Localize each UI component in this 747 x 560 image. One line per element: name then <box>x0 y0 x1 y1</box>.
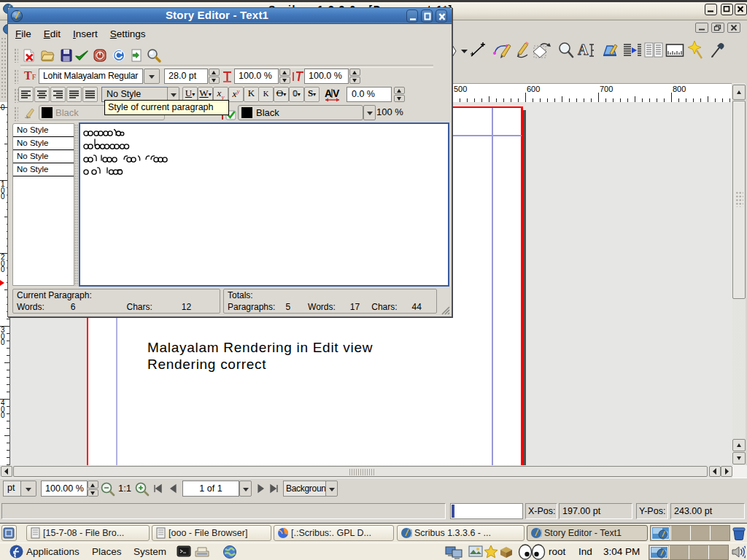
svg-text:A: A <box>325 88 332 99</box>
svg-text:A: A <box>578 42 589 58</box>
svg-text:V: V <box>333 88 340 99</box>
